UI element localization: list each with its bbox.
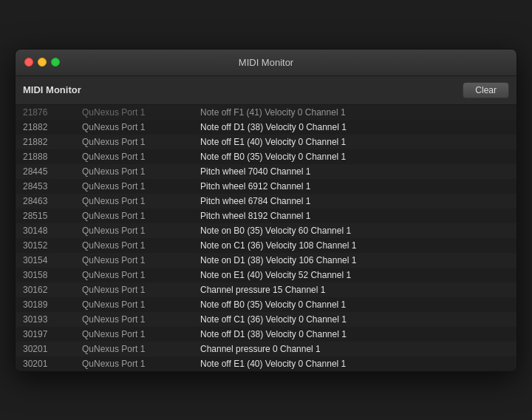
table-row: 21882QuNexus Port 1Note off D1 (38) Velo… — [16, 120, 516, 135]
port-cell: QuNexus Port 1 — [82, 255, 200, 265]
maximize-button[interactable] — [51, 58, 60, 67]
time-cell: 21888 — [23, 152, 82, 162]
time-cell: 28453 — [23, 181, 82, 192]
port-cell: QuNexus Port 1 — [82, 211, 200, 221]
time-cell: 28515 — [23, 211, 82, 221]
time-cell: 21882 — [23, 122, 82, 132]
table-row: 30197QuNexus Port 1Note off D1 (38) Velo… — [16, 327, 516, 342]
table-row: 30193QuNexus Port 1Note off C1 (36) Velo… — [16, 312, 516, 327]
port-cell: QuNexus Port 1 — [82, 196, 200, 206]
minimize-button[interactable] — [38, 58, 47, 67]
port-cell: QuNexus Port 1 — [82, 181, 200, 192]
message-cell: Note off B0 (35) Velocity 0 Channel 1 — [200, 152, 509, 162]
port-cell: QuNexus Port 1 — [82, 152, 200, 162]
port-cell: QuNexus Port 1 — [82, 270, 200, 280]
port-cell: QuNexus Port 1 — [82, 329, 200, 339]
message-cell: Note off D1 (38) Velocity 0 Channel 1 — [200, 329, 509, 339]
message-cell: Channel pressure 0 Channel 1 — [200, 344, 509, 354]
time-cell: 30197 — [23, 329, 82, 339]
table-row: 21876QuNexus Port 1Note off F1 (41) Velo… — [16, 105, 516, 120]
close-button[interactable] — [24, 58, 33, 67]
table-row: 28515QuNexus Port 1Pitch wheel 8192 Chan… — [16, 209, 516, 223]
time-cell: 30158 — [23, 270, 82, 280]
time-cell: 28463 — [23, 196, 82, 206]
port-cell: QuNexus Port 1 — [82, 107, 200, 118]
table-row: 30162QuNexus Port 1Channel pressure 15 C… — [16, 282, 516, 297]
message-cell: Pitch wheel 6912 Channel 1 — [200, 181, 509, 192]
traffic-lights — [24, 58, 60, 67]
app-title: MIDI Monitor — [23, 84, 81, 95]
time-cell: 21876 — [23, 107, 82, 118]
message-cell: Note on C1 (36) Velocity 108 Channel 1 — [200, 240, 509, 251]
message-cell: Note on E1 (40) Velocity 52 Channel 1 — [200, 270, 509, 280]
port-cell: QuNexus Port 1 — [82, 137, 200, 147]
table-row: 30148QuNexus Port 1Note on B0 (35) Veloc… — [16, 223, 516, 238]
port-cell: QuNexus Port 1 — [82, 314, 200, 325]
message-cell: Channel pressure 15 Channel 1 — [200, 285, 509, 295]
table-row: 28453QuNexus Port 1Pitch wheel 6912 Chan… — [16, 179, 516, 194]
table-row: 21882QuNexus Port 1Note off E1 (40) Velo… — [16, 135, 516, 149]
message-cell: Note off C1 (36) Velocity 0 Channel 1 — [200, 314, 509, 325]
time-cell: 30148 — [23, 226, 82, 236]
table-row: 28463QuNexus Port 1Pitch wheel 6784 Chan… — [16, 194, 516, 209]
message-cell: Note on B0 (35) Velocity 60 Channel 1 — [200, 226, 509, 236]
port-cell: QuNexus Port 1 — [82, 226, 200, 236]
port-cell: QuNexus Port 1 — [82, 359, 200, 369]
table-row: 30189QuNexus Port 1Note off B0 (35) Velo… — [16, 297, 516, 312]
window-title: MIDI Monitor — [239, 57, 293, 68]
time-cell: 30201 — [23, 344, 82, 354]
time-cell: 28445 — [23, 166, 82, 177]
time-cell: 30189 — [23, 299, 82, 310]
message-cell: Note off D1 (38) Velocity 0 Channel 1 — [200, 122, 509, 132]
port-cell: QuNexus Port 1 — [82, 122, 200, 132]
message-cell: Note off F1 (41) Velocity 0 Channel 1 — [200, 107, 509, 118]
midi-monitor-window: MIDI Monitor MIDI Monitor Clear 21876QuN… — [15, 49, 517, 372]
midi-log-content: 21876QuNexus Port 1Note off F1 (41) Velo… — [16, 105, 516, 371]
time-cell: 30201 — [23, 359, 82, 369]
table-row: 30152QuNexus Port 1Note on C1 (36) Veloc… — [16, 238, 516, 253]
message-cell: Pitch wheel 8192 Channel 1 — [200, 211, 509, 221]
message-cell: Note off E1 (40) Velocity 0 Channel 1 — [200, 137, 509, 147]
time-cell: 30152 — [23, 240, 82, 251]
message-cell: Note on D1 (38) Velocity 106 Channel 1 — [200, 255, 509, 265]
message-cell: Pitch wheel 7040 Channel 1 — [200, 166, 509, 177]
title-bar: MIDI Monitor — [16, 50, 516, 76]
port-cell: QuNexus Port 1 — [82, 166, 200, 177]
port-cell: QuNexus Port 1 — [82, 299, 200, 310]
table-row: 28445QuNexus Port 1Pitch wheel 7040 Chan… — [16, 164, 516, 179]
time-cell: 21882 — [23, 137, 82, 147]
table-row: 30201QuNexus Port 1Channel pressure 0 Ch… — [16, 342, 516, 356]
table-row: 30201QuNexus Port 1Note off E1 (40) Velo… — [16, 356, 516, 371]
message-cell: Pitch wheel 6784 Channel 1 — [200, 196, 509, 206]
table-row: 30158QuNexus Port 1Note on E1 (40) Veloc… — [16, 268, 516, 282]
time-cell: 30193 — [23, 314, 82, 325]
message-cell: Note off E1 (40) Velocity 0 Channel 1 — [200, 359, 509, 369]
midi-rows-container: 21876QuNexus Port 1Note off F1 (41) Velo… — [16, 105, 516, 371]
message-cell: Note off B0 (35) Velocity 0 Channel 1 — [200, 299, 509, 310]
clear-button[interactable]: Clear — [463, 82, 509, 98]
table-row: 21888QuNexus Port 1Note off B0 (35) Velo… — [16, 149, 516, 164]
port-cell: QuNexus Port 1 — [82, 285, 200, 295]
toolbar: MIDI Monitor Clear — [16, 76, 516, 105]
time-cell: 30154 — [23, 255, 82, 265]
port-cell: QuNexus Port 1 — [82, 344, 200, 354]
time-cell: 30162 — [23, 285, 82, 295]
table-row: 30154QuNexus Port 1Note on D1 (38) Veloc… — [16, 253, 516, 268]
port-cell: QuNexus Port 1 — [82, 240, 200, 251]
